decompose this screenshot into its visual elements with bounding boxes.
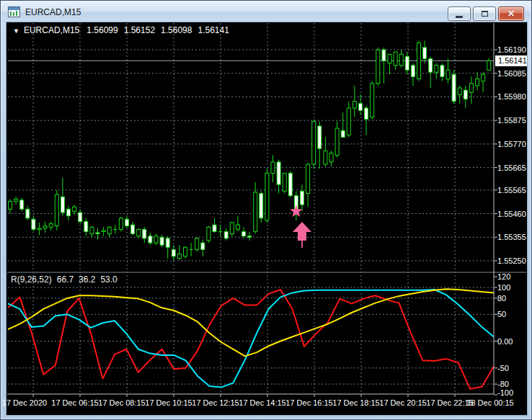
candle-bear xyxy=(405,56,409,70)
candle-bear xyxy=(423,48,427,59)
candle-bull xyxy=(119,218,123,230)
price-tick-label: 1.56190 xyxy=(497,45,526,54)
candle-bull xyxy=(230,223,234,234)
candle-bull xyxy=(55,195,58,226)
chart-symbol-label: EURCAD,M15 xyxy=(24,25,79,35)
collapse-icon[interactable]: ▼ xyxy=(13,27,19,35)
time-tick-label: 17 Dec 18:15 xyxy=(332,398,379,407)
close-button[interactable]: ✕ xyxy=(498,6,524,21)
time-tick-label: 17 Dec 20:15 xyxy=(379,398,426,407)
close-value: 1.56141 xyxy=(198,25,229,35)
candle-bull xyxy=(417,43,421,79)
oscillator-tick-label: 120 xyxy=(497,272,510,281)
candle-bear xyxy=(341,130,345,137)
candle-bull xyxy=(43,226,47,228)
candle-bear xyxy=(411,66,414,77)
time-tick-label: 17 Dec 06:15 xyxy=(51,398,98,407)
candle-bull xyxy=(435,66,438,72)
window-title: EURCAD,M15 xyxy=(25,7,81,17)
arrow-tail xyxy=(301,241,303,248)
candle-bull xyxy=(394,52,397,66)
candle-bull xyxy=(283,173,286,191)
candle-bull xyxy=(306,164,310,194)
candle-bear xyxy=(96,233,99,234)
time-tick-label: 17 Dec 08:15 xyxy=(98,398,145,407)
candle-bull xyxy=(154,236,158,243)
price-tick-label: 1.56085 xyxy=(497,69,526,78)
candle-bull xyxy=(107,227,111,233)
candle-bull xyxy=(271,162,275,174)
window-controls: ✕ xyxy=(448,6,524,21)
candle-bear xyxy=(148,236,152,243)
high-value: 1.56152 xyxy=(124,25,155,35)
oscillator-line-red xyxy=(8,290,494,389)
buy-arrow-icon xyxy=(293,222,311,241)
candle-bear xyxy=(160,237,164,245)
candle-bear xyxy=(67,209,71,215)
candle-bear xyxy=(464,90,467,99)
candle-bull xyxy=(90,227,94,233)
time-tick-label: 17 Dec 2020 xyxy=(2,398,47,407)
price-tick-label: 1.55875 xyxy=(497,116,526,125)
oscillator-tick-label: 100 xyxy=(497,283,510,292)
restore-icon xyxy=(482,11,488,17)
candle-bear xyxy=(201,243,205,249)
candle-bull xyxy=(388,54,391,63)
candle-bear xyxy=(61,197,64,213)
oscillator-tick-label: 50 xyxy=(497,310,506,318)
indicator-value-2: 36.2 xyxy=(79,274,95,285)
candle-bear xyxy=(440,66,444,77)
oscillator-tick-label: -100 xyxy=(497,388,513,397)
oscillator-tick-label: 0.00 xyxy=(497,337,513,346)
candle-bull xyxy=(73,207,76,211)
candle-bear xyxy=(365,108,368,120)
candle-bear xyxy=(79,213,82,222)
candle-bull xyxy=(14,199,18,201)
candle-bull xyxy=(37,228,41,230)
candle-bull xyxy=(335,128,339,155)
candle-bear xyxy=(301,191,304,205)
candle-bull xyxy=(312,122,316,164)
restore-button[interactable] xyxy=(473,6,496,21)
time-tick-label: 17 Dec 12:15 xyxy=(192,398,239,407)
window-titlebar[interactable]: EURCAD,M15 ✕ xyxy=(1,1,531,22)
candle-bull xyxy=(469,84,473,93)
low-value: 1.56098 xyxy=(161,25,192,35)
current-price-box: 1.56141 xyxy=(495,55,527,66)
candle-bear xyxy=(248,236,252,238)
candle-bear xyxy=(143,229,146,238)
minimize-button[interactable] xyxy=(448,6,471,21)
price-tick-label: 1.55770 xyxy=(497,140,526,148)
candle-bull xyxy=(487,61,491,70)
candle-bear xyxy=(260,194,263,218)
oscillator-tick-label: -50 xyxy=(497,364,509,372)
indicator-value-1: 66.7 xyxy=(57,274,74,285)
candle-bull xyxy=(399,54,403,66)
candle-bear xyxy=(288,173,292,195)
chart-client-area: ▼EURCAD,M151.560991.561521.560981.56141 … xyxy=(6,22,527,415)
candle-bull xyxy=(347,108,350,135)
candle-bull xyxy=(254,192,257,232)
candle-bull xyxy=(376,50,380,84)
price-tick-label: 1.55980 xyxy=(497,92,526,101)
candle-bear xyxy=(359,104,363,110)
indicator-label: R(9,26,52)66.736.253.0 xyxy=(11,274,123,285)
candle-bear xyxy=(125,219,129,225)
oscillator-tick-label: -80 xyxy=(497,380,509,388)
candle-bull xyxy=(207,227,210,241)
candle-bull xyxy=(482,74,485,81)
chart-ohlc-header: ▼EURCAD,M151.560991.561521.560981.56141 xyxy=(13,25,235,35)
candle-bull xyxy=(353,102,356,108)
candle-bull xyxy=(177,254,181,259)
chart-canvas[interactable] xyxy=(6,22,527,415)
candle-bull xyxy=(446,70,450,79)
time-tick-label: 17 Dec 14:15 xyxy=(239,398,285,407)
price-tick-label: 1.55565 xyxy=(497,186,526,195)
candle-bear xyxy=(242,232,246,236)
candle-bear xyxy=(172,249,175,256)
candle-bull xyxy=(195,238,199,250)
candle-bull xyxy=(458,88,461,94)
candle-bull xyxy=(184,247,187,256)
oscillator-tick-label: 80 xyxy=(497,294,506,303)
minimize-icon xyxy=(456,16,463,18)
